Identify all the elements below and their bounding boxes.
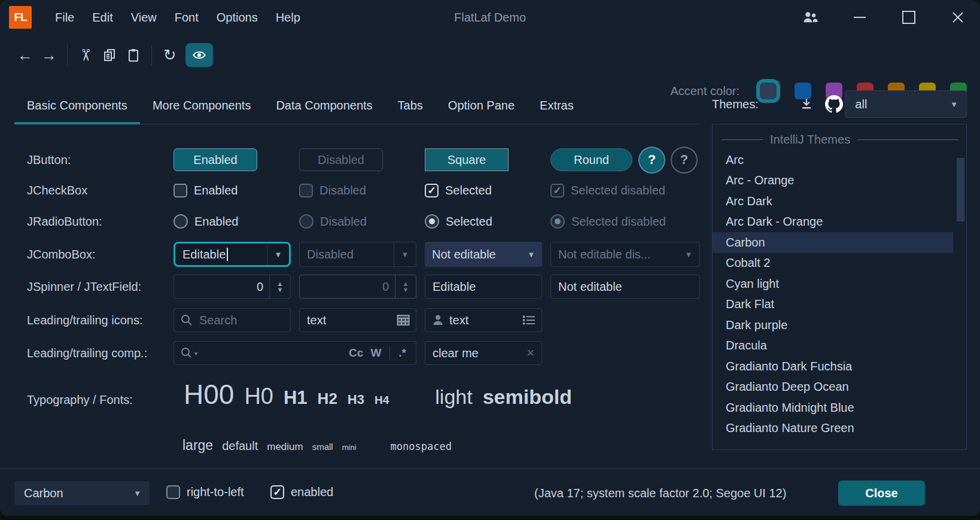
right-to-left-checkbox[interactable]: right-to-left <box>166 485 244 499</box>
checkbox-enabled[interactable]: Enabled <box>174 184 291 197</box>
checkbox-selected[interactable]: ✓Selected <box>425 184 542 197</box>
close-window-button[interactable] <box>949 8 967 26</box>
match-case-button[interactable]: Cc <box>345 346 367 360</box>
minimize-button[interactable] <box>851 8 869 26</box>
jcombobox-label: JComboBox: <box>27 248 174 261</box>
forward-button[interactable]: → <box>37 43 61 67</box>
table-icon[interactable] <box>397 314 410 326</box>
checkbox-label: enabled <box>291 485 333 499</box>
menu-options[interactable]: Options <box>208 6 267 29</box>
combobox-editable[interactable]: Editable ▼ <box>174 242 291 267</box>
themes-group-header: IntelliJ Themes <box>722 132 958 147</box>
whole-word-button[interactable]: W <box>367 346 385 360</box>
paste-button[interactable] <box>121 43 145 67</box>
round-button[interactable]: Round <box>550 148 632 171</box>
theme-item[interactable]: Gradianto Dark Fuchsia <box>713 356 966 377</box>
checkbox-icon <box>299 184 313 197</box>
jspinner-label: JSpinner / JTextField: <box>27 280 174 294</box>
themes-filter-combobox[interactable]: all ▼ <box>845 90 967 118</box>
theme-item[interactable]: Arc Dark - Orange <box>713 212 966 233</box>
theme-item[interactable]: Gradianto Nature Green <box>713 418 966 439</box>
show-hidden-toggle[interactable] <box>185 43 213 67</box>
menu-file[interactable]: File <box>46 6 83 29</box>
spinner-arrows[interactable]: ▲▼ <box>269 275 290 298</box>
theme-combobox[interactable]: Carbon ▼ <box>14 481 150 505</box>
help-button-outline[interactable]: ? <box>671 147 698 174</box>
menu-help[interactable]: Help <box>267 6 309 29</box>
search-placeholder: Search <box>193 314 237 327</box>
combobox-value: Not editable dis... <box>551 248 651 261</box>
menu-view[interactable]: View <box>122 6 166 29</box>
back-icon: ← <box>17 46 33 65</box>
theme-item[interactable]: Arc <box>713 150 966 171</box>
text-field-user[interactable]: text <box>425 308 542 332</box>
theme-item[interactable]: Arc Dark <box>713 191 966 212</box>
tab-basic-components[interactable]: Basic Components <box>14 87 140 124</box>
search-field[interactable]: Search <box>174 308 291 332</box>
tab-extras[interactable]: Extras <box>527 87 586 124</box>
tab-tabs[interactable]: Tabs <box>385 87 436 124</box>
cut-button[interactable]: ✂ <box>74 43 98 67</box>
menu-font[interactable]: Font <box>166 6 208 29</box>
radio-selected-icon <box>550 214 565 229</box>
field-separator <box>389 346 390 360</box>
search-field-with-buttons[interactable]: ▾ Cc W .* <box>174 341 416 365</box>
tab-more-components[interactable]: More Components <box>140 87 264 124</box>
jbutton-label: JButton: <box>27 153 174 167</box>
combobox-value: Not editable <box>425 248 496 261</box>
close-button[interactable]: Close <box>838 481 925 506</box>
chevron-down-icon: ▾ <box>194 350 197 357</box>
checkbox-label: Selected <box>445 184 492 197</box>
enabled-checkbox[interactable]: ✓ enabled <box>270 485 333 499</box>
clearable-field[interactable]: clear me × <box>425 341 542 365</box>
radio-enabled[interactable]: Enabled <box>174 214 291 229</box>
help-button-filled[interactable]: ? <box>638 147 665 174</box>
tab-data-components[interactable]: Data Components <box>263 87 385 124</box>
spinner-arrows: ▲▼ <box>395 275 416 298</box>
theme-item[interactable]: Gradianto Midnight Blue <box>713 397 966 418</box>
users-icon[interactable] <box>802 8 820 26</box>
radio-selected-disabled: Selected disabled <box>550 214 700 229</box>
square-button[interactable]: Square <box>425 148 509 171</box>
search-with-menu-icon[interactable] <box>180 346 193 360</box>
enabled-button[interactable]: Enabled <box>174 148 257 171</box>
refresh-button[interactable]: ↻ <box>158 43 182 67</box>
tab-option-pane[interactable]: Option Pane <box>436 87 527 124</box>
menu-edit[interactable]: Edit <box>83 6 121 29</box>
copy-button[interactable] <box>98 43 121 67</box>
theme-item[interactable]: Cyan light <box>713 273 966 294</box>
user-icon <box>431 314 445 327</box>
theme-item-selected[interactable]: Carbon <box>713 232 953 253</box>
list-icon[interactable] <box>522 314 535 326</box>
theme-item[interactable]: Dracula <box>713 336 966 357</box>
back-button[interactable]: ← <box>13 43 37 67</box>
download-icon <box>799 97 814 111</box>
combobox-disabled: Disabled ▼ <box>299 242 416 267</box>
theme-item[interactable]: Dark Flat <box>713 294 966 315</box>
typography-h1: H1 <box>284 387 308 409</box>
github-button[interactable] <box>823 93 845 115</box>
download-themes-button[interactable] <box>796 93 817 115</box>
theme-combobox-value: Carbon <box>24 486 63 500</box>
text-field-table[interactable]: text <box>299 308 416 332</box>
themes-scrollbar[interactable] <box>957 158 964 221</box>
spinner-enabled[interactable]: 0 ▲▼ <box>174 275 291 299</box>
disabled-button: Disabled <box>299 148 383 171</box>
theme-item[interactable]: Cobalt 2 <box>713 253 966 274</box>
theme-item[interactable]: Dark purple <box>713 315 966 336</box>
toolbar-separator <box>151 45 152 65</box>
textfield-not-editable: Not editable <box>550 275 700 299</box>
checkbox-checked-icon: ✓ <box>270 485 284 499</box>
regex-button[interactable]: .* <box>395 346 410 360</box>
radio-icon <box>174 214 188 229</box>
radio-selected[interactable]: Selected <box>425 214 542 229</box>
typography-label: Typography / Fonts: <box>27 393 174 407</box>
theme-item[interactable]: Arc - Orange <box>713 171 966 191</box>
clipboard-icon <box>126 48 141 62</box>
theme-item[interactable]: Gradianto Deep Ocean <box>713 377 966 398</box>
radio-label: Disabled <box>320 215 367 229</box>
textfield-editable[interactable]: Editable <box>425 275 542 299</box>
combobox-not-editable[interactable]: Not editable ▼ <box>425 242 542 267</box>
maximize-button[interactable] <box>900 8 918 26</box>
clear-icon[interactable]: × <box>526 345 534 361</box>
